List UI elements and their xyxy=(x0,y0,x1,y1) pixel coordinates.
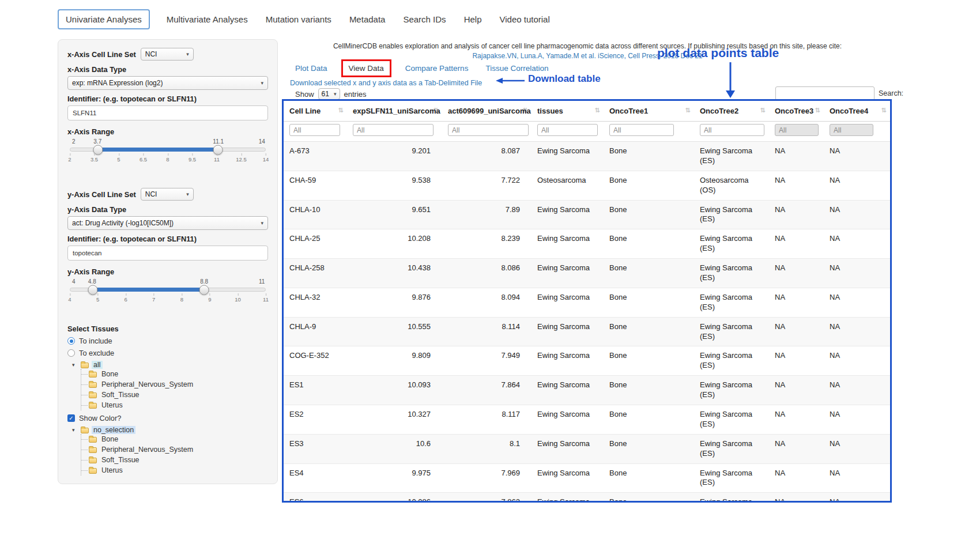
table-row[interactable]: A-6739.2018.087Ewing SarcomaBoneEwing Sa… xyxy=(284,142,890,171)
table-cell: NA xyxy=(769,142,824,171)
sort-icon[interactable]: ⇅ xyxy=(815,107,820,114)
sort-icon[interactable]: ⇅ xyxy=(338,107,344,114)
tab-help[interactable]: Help xyxy=(463,10,483,28)
radio-to-include[interactable]: To include xyxy=(67,337,268,345)
table-cell: Bone xyxy=(604,434,694,463)
tree-node-bone[interactable]: Bone xyxy=(81,434,268,444)
table-row[interactable]: COG-E-3529.8097.949Ewing SarcomaBoneEwin… xyxy=(284,346,890,376)
tree-node-uterus[interactable]: Uterus xyxy=(81,400,268,410)
table-header-row: ⇅Cell Line ⇅expSLFN11_uniSarcoma ⇅act609… xyxy=(284,101,890,122)
filter-input-tissues[interactable] xyxy=(537,124,598,136)
table-cell: 8.114 xyxy=(442,317,532,346)
filter-input-oncotree4[interactable] xyxy=(830,124,873,136)
tab-multivariate-analyses[interactable]: Multivariate Analyses xyxy=(165,10,249,28)
y-cell-line-set-value: NCI xyxy=(145,190,157,198)
column-header-oncotree2[interactable]: ⇅OncoTree2 xyxy=(694,101,769,122)
table-cell: Osteosarcoma xyxy=(532,171,604,200)
radio-to-exclude[interactable]: To exclude xyxy=(67,349,268,357)
column-header-label: tissues xyxy=(537,107,563,115)
tree-node-soft-tissue[interactable]: Soft_Tissue xyxy=(81,455,268,465)
tab-search-ids[interactable]: Search IDs xyxy=(402,10,447,28)
table-cell: 7.969 xyxy=(442,463,532,493)
sort-icon[interactable]: ⇅ xyxy=(685,107,691,114)
filter-input-oncotree1[interactable] xyxy=(609,124,674,136)
y-data-type-label: y-Axis Data Type xyxy=(67,205,268,214)
sort-icon[interactable]: ⇅ xyxy=(881,107,887,114)
table-cell: Ewing Sarcoma (ES) xyxy=(694,376,769,405)
data-table-container: ⇅Cell Line ⇅expSLFN11_uniSarcoma ⇅act609… xyxy=(282,99,892,503)
table-row[interactable]: CHA-599.5387.722OsteosarcomaBoneOsteosar… xyxy=(284,171,890,200)
slider-track[interactable] xyxy=(70,288,266,292)
table-cell: NA xyxy=(769,493,824,503)
tab-mutation-variants[interactable]: Mutation variants xyxy=(265,10,333,28)
table-row[interactable]: CHLA-25810.4388.086Ewing SarcomaBoneEwin… xyxy=(284,259,890,288)
y-identifier-input[interactable] xyxy=(67,246,268,261)
table-row[interactable]: CHLA-910.5558.114Ewing SarcomaBoneEwing … xyxy=(284,317,890,346)
tree-node-bone[interactable]: Bone xyxy=(81,369,268,379)
table-row[interactable]: CHLA-109.6517.89Ewing SarcomaBoneEwing S… xyxy=(284,200,890,229)
filter-input-act609699[interactable] xyxy=(448,124,529,136)
table-cell: NA xyxy=(824,229,890,259)
tree-node-peripheral-nervous-system[interactable]: Peripheral_Nervous_System xyxy=(81,444,268,455)
table-row[interactable]: ES110.0937.864Ewing SarcomaBoneEwing Sar… xyxy=(284,376,890,405)
table-row[interactable]: CHLA-329.8768.094Ewing SarcomaBoneEwing … xyxy=(284,288,890,317)
tree-node-soft-tissue[interactable]: Soft_Tissue xyxy=(81,390,268,400)
tab-plot-data[interactable]: Plot Data xyxy=(295,64,327,73)
x-cell-line-set-select[interactable]: NCI ▾ xyxy=(141,48,194,61)
filter-input-cell-line[interactable] xyxy=(289,124,340,136)
download-tab-delimited-link[interactable]: Download selected x and y axis data as a… xyxy=(290,79,482,87)
tab-compare-patterns[interactable]: Compare Patterns xyxy=(405,64,469,73)
tree-node-uterus[interactable]: Uterus xyxy=(81,465,268,475)
column-header-tissues[interactable]: ⇅tissues xyxy=(532,101,604,122)
tree-root-label[interactable]: all xyxy=(92,361,103,369)
table-cell: ES1 xyxy=(284,376,347,405)
view-data-highlight-box: View Data xyxy=(341,59,391,77)
table-row[interactable]: ES310.68.1Ewing SarcomaBoneEwing Sarcoma… xyxy=(284,434,890,463)
table-cell: 9.876 xyxy=(347,288,442,317)
filter-input-oncotree3[interactable] xyxy=(775,124,819,136)
table-row[interactable]: ES49.9757.969Ewing SarcomaBoneEwing Sarc… xyxy=(284,463,890,493)
tree-collapse-icon[interactable]: ▾ xyxy=(72,362,78,368)
search-input[interactable] xyxy=(775,86,875,100)
x-identifier-input[interactable] xyxy=(67,105,268,120)
sort-icon[interactable]: ⇅ xyxy=(595,107,600,114)
tree-root-label[interactable]: no_selection xyxy=(92,426,135,434)
column-header-act609699[interactable]: ⇅act609699_uniSarcoma xyxy=(442,101,532,122)
tree-item-label: Peripheral_Nervous_System xyxy=(100,380,195,388)
tab-view-data[interactable]: View Data xyxy=(349,64,384,73)
y-data-type-select[interactable]: act: Drug Activity (-log10[IC50M]) ▾ xyxy=(67,216,268,230)
table-cell: Ewing Sarcoma (ES) xyxy=(694,200,769,229)
tab-univariate-analyses[interactable]: Univariate Analyses xyxy=(58,9,150,29)
y-cell-line-set-select[interactable]: NCI ▾ xyxy=(141,188,194,201)
y-axis-range-label: y-Axis Range xyxy=(67,267,268,276)
slider-selected-range xyxy=(93,288,204,292)
tree-item-label: Soft_Tissue xyxy=(100,456,141,464)
tree-node-peripheral-nervous-system[interactable]: Peripheral_Nervous_System xyxy=(81,379,268,390)
column-header-cell-line[interactable]: ⇅Cell Line xyxy=(284,101,347,122)
column-header-oncotree1[interactable]: ⇅OncoTree1 xyxy=(604,101,694,122)
table-cell: 10.438 xyxy=(347,259,442,288)
table-cell: Ewing Sarcoma xyxy=(532,200,604,229)
data-table: ⇅Cell Line ⇅expSLFN11_uniSarcoma ⇅act609… xyxy=(284,101,890,503)
tree-collapse-icon[interactable]: ▾ xyxy=(72,427,78,433)
table-row[interactable]: ES610.0867.862Ewing SarcomaBoneEwing Sar… xyxy=(284,493,890,503)
table-row[interactable]: CHLA-2510.2088.239Ewing SarcomaBoneEwing… xyxy=(284,229,890,259)
column-header-oncotree4[interactable]: ⇅OncoTree4 xyxy=(824,101,890,122)
entries-select[interactable]: 61 ▾ xyxy=(318,88,340,100)
column-header-oncotree3[interactable]: ⇅OncoTree3 xyxy=(769,101,824,122)
table-cell: Ewing Sarcoma (ES) xyxy=(694,259,769,288)
slider-value-labels: 4 4.8 8.8 11 xyxy=(70,278,266,286)
filter-input-oncotree2[interactable] xyxy=(700,124,764,136)
show-color-checkbox-row[interactable]: Show Color? xyxy=(67,414,268,422)
tab-metadata[interactable]: Metadata xyxy=(348,10,387,28)
tree-node-no-selection[interactable]: ▾ no_selection xyxy=(72,426,268,434)
sort-icon[interactable]: ⇅ xyxy=(760,107,766,114)
filter-input-expslfn11[interactable] xyxy=(353,124,434,136)
tab-video-tutorial[interactable]: Video tutorial xyxy=(498,10,551,28)
column-header-expslfn11[interactable]: ⇅expSLFN11_uniSarcoma xyxy=(347,101,442,122)
x-data-type-select[interactable]: exp: mRNA Expression (log2) ▾ xyxy=(67,76,268,90)
tab-tissue-correlation[interactable]: Tissue Correlation xyxy=(485,64,548,73)
slider-track[interactable] xyxy=(70,148,266,152)
table-row[interactable]: ES210.3278.117Ewing SarcomaBoneEwing Sar… xyxy=(284,405,890,435)
tree-node-all[interactable]: ▾ all xyxy=(72,361,268,369)
